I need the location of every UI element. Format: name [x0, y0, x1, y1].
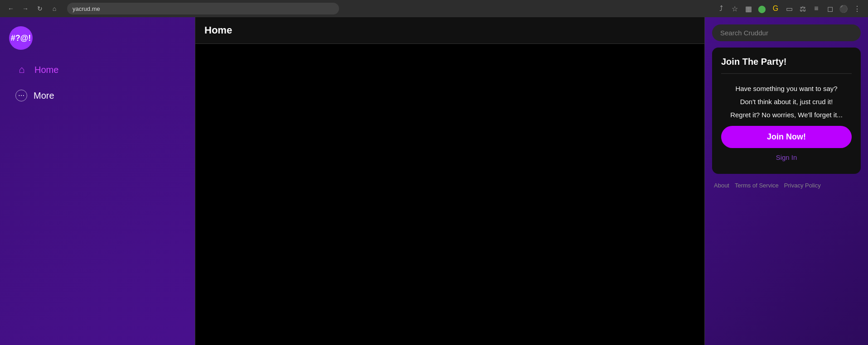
- reload-button[interactable]: ↻: [34, 3, 45, 14]
- tab-icon[interactable]: ▭: [784, 3, 795, 14]
- extension-icon[interactable]: ▦: [743, 3, 754, 14]
- page-wrapper: #?@! ⌂ Home ⋯ More Home Join The Party! …: [0, 17, 868, 345]
- footer-tos-link[interactable]: Terms of Service: [735, 182, 779, 189]
- site-logo[interactable]: #?@!: [9, 26, 33, 50]
- sidebar-item-home[interactable]: ⌂ Home: [9, 59, 186, 81]
- footer-about-link[interactable]: About: [714, 182, 729, 189]
- page-title: Home: [204, 24, 695, 36]
- bookmark-icon[interactable]: ☆: [729, 3, 740, 14]
- forward-button[interactable]: →: [20, 3, 31, 14]
- more-icon: ⋯: [15, 90, 27, 101]
- main-feed: [195, 44, 704, 345]
- join-card-line-2: Don't think about it, just crud it!: [740, 98, 833, 105]
- menu-icon[interactable]: ≡: [811, 3, 822, 14]
- grammarly-icon[interactable]: ⬤: [756, 3, 767, 14]
- main-content: Home: [195, 17, 705, 345]
- join-card: Join The Party! Have something you want …: [712, 48, 861, 174]
- main-header: Home: [195, 17, 704, 44]
- settings-icon[interactable]: ⋮: [852, 3, 863, 14]
- sidebar-item-more-label: More: [34, 91, 54, 101]
- browser-chrome: ← → ↻ ⌂ yacrud.me ⤴ ☆ ▦ ⬤ G ▭ ⚖ ≡ ◻ ⚫ ⋮: [0, 0, 868, 17]
- url-text: yacrud.me: [73, 5, 100, 12]
- home-icon: ⌂: [15, 63, 28, 76]
- back-button[interactable]: ←: [5, 3, 16, 14]
- join-card-body: Have something you want to say? Don't th…: [721, 81, 852, 165]
- footer-links: About Terms of Service Privacy Policy: [712, 180, 861, 191]
- sidebar-item-home-label: Home: [34, 65, 58, 75]
- home-button[interactable]: ⌂: [49, 3, 60, 14]
- address-bar[interactable]: yacrud.me: [67, 3, 339, 14]
- puzzle-icon[interactable]: ⚖: [797, 3, 808, 14]
- profile-icon[interactable]: ⚫: [838, 3, 849, 14]
- join-card-line-3: Regret it? No worries, We'll forget it..…: [730, 111, 843, 119]
- sign-in-link[interactable]: Sign In: [776, 153, 797, 161]
- logo-container: #?@!: [9, 26, 186, 50]
- join-card-title: Join The Party!: [721, 57, 852, 74]
- window-icon[interactable]: ◻: [824, 3, 835, 14]
- sidebar: #?@! ⌂ Home ⋯ More: [0, 17, 195, 345]
- join-card-line-1: Have something you want to say?: [735, 85, 837, 92]
- share-icon[interactable]: ⤴: [716, 3, 727, 14]
- search-input[interactable]: [712, 24, 861, 41]
- footer-privacy-link[interactable]: Privacy Policy: [784, 182, 821, 189]
- join-now-button[interactable]: Join Now!: [721, 126, 852, 148]
- right-panel: Join The Party! Have something you want …: [705, 17, 868, 345]
- browser-toolbar-icons: ⤴ ☆ ▦ ⬤ G ▭ ⚖ ≡ ◻ ⚫ ⋮: [716, 3, 863, 14]
- sidebar-item-more[interactable]: ⋯ More: [9, 85, 186, 106]
- grammarly-g-icon[interactable]: G: [770, 3, 781, 14]
